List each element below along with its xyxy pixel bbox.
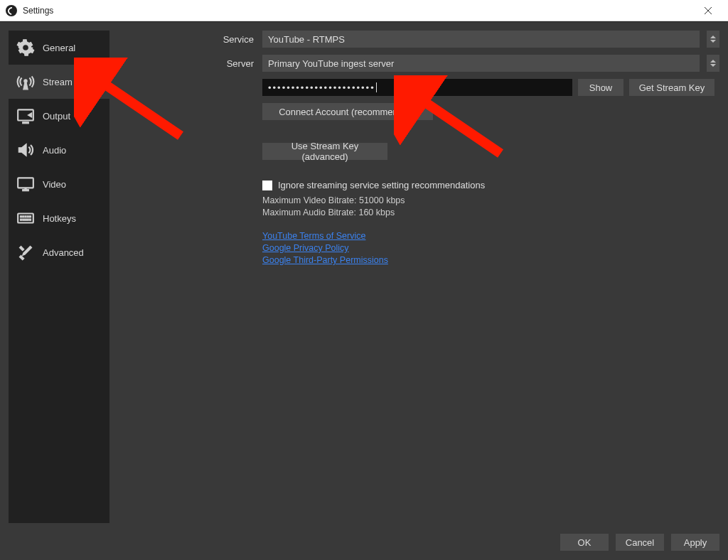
antenna-icon (16, 72, 36, 92)
sidebar-item-stream[interactable]: Stream (9, 65, 109, 99)
google-thirdparty-link[interactable]: Google Third-Party Permissions (262, 254, 719, 266)
server-select[interactable]: Primary YouTube ingest server (262, 55, 700, 72)
svg-rect-3 (18, 178, 33, 188)
ignore-recommendations-label: Ignore streaming service setting recomme… (278, 180, 485, 190)
service-value: YouTube - RTMPS (268, 34, 345, 45)
output-icon (16, 106, 36, 126)
sidebar-item-audio[interactable]: Audio (9, 133, 109, 167)
svg-rect-6 (18, 214, 33, 223)
settings-panel-stream: Service YouTube - RTMPS Server Primary Y… (109, 22, 728, 532)
server-label: Server (218, 58, 257, 69)
sidebar-item-label: Advanced (43, 247, 84, 258)
svg-rect-2 (23, 122, 29, 124)
sidebar-item-label: General (43, 43, 75, 53)
service-select-spinner[interactable] (707, 31, 719, 48)
cancel-button[interactable]: Cancel (616, 534, 664, 551)
youtube-tos-link[interactable]: YouTube Terms of Service (262, 230, 719, 242)
svg-rect-7 (20, 216, 21, 217)
window-title: Settings (23, 6, 53, 16)
use-stream-key-button[interactable]: Use Stream Key (advanced) (262, 143, 387, 160)
keyboard-icon (16, 208, 36, 228)
dialog-footer: OK Cancel Apply (0, 532, 728, 560)
sidebar-item-label: Output (43, 111, 70, 122)
stream-key-input[interactable]: ••••••••••••••••••••••• (262, 79, 572, 96)
gear-icon (16, 38, 36, 58)
sidebar-item-advanced[interactable]: Advanced (9, 235, 109, 269)
google-privacy-link[interactable]: Google Privacy Policy (262, 242, 719, 254)
svg-rect-11 (29, 216, 31, 217)
ok-button[interactable]: OK (560, 534, 609, 551)
max-video-bitrate: Maximum Video Bitrate: 51000 kbps (262, 195, 719, 207)
server-value: Primary YouTube ingest server (268, 58, 394, 69)
service-label: Service (218, 34, 257, 45)
sidebar-item-label: Video (43, 179, 66, 190)
svg-point-0 (24, 80, 27, 82)
service-select[interactable]: YouTube - RTMPS (262, 31, 700, 48)
server-select-spinner[interactable] (707, 55, 719, 72)
svg-rect-14 (29, 219, 31, 220)
ignore-recommendations-checkbox[interactable] (262, 181, 272, 190)
sidebar-item-label: Hotkeys (43, 213, 76, 224)
text-caret (376, 82, 377, 92)
svg-rect-5 (25, 188, 26, 189)
sidebar-item-label: Audio (43, 145, 66, 156)
app-icon (6, 5, 17, 16)
max-audio-bitrate: Maximum Audio Bitrate: 160 kbps (262, 207, 719, 219)
svg-rect-13 (23, 219, 29, 220)
get-stream-key-button[interactable]: Get Stream Key (629, 79, 714, 96)
monitor-icon (16, 174, 36, 194)
tools-icon (16, 242, 36, 262)
sidebar-item-general[interactable]: General (9, 31, 109, 65)
connect-account-button[interactable]: Connect Account (recommended) (262, 103, 433, 120)
speaker-icon (16, 140, 36, 160)
svg-rect-9 (25, 216, 26, 217)
sidebar-item-output[interactable]: Output (9, 99, 109, 133)
close-icon (705, 7, 712, 14)
stream-key-mask: ••••••••••••••••••••••• (268, 82, 375, 93)
sidebar-item-video[interactable]: Video (9, 167, 109, 201)
sidebar-item-label: Stream (43, 77, 73, 87)
window-close-button[interactable] (694, 0, 722, 21)
svg-rect-10 (27, 216, 28, 217)
svg-rect-8 (23, 216, 24, 217)
svg-rect-12 (20, 219, 21, 220)
titlebar: Settings (0, 0, 728, 21)
apply-button[interactable]: Apply (671, 534, 719, 551)
sidebar-item-hotkeys[interactable]: Hotkeys (9, 201, 109, 235)
show-key-button[interactable]: Show (578, 79, 623, 96)
settings-sidebar: General Stream Output (9, 31, 109, 523)
